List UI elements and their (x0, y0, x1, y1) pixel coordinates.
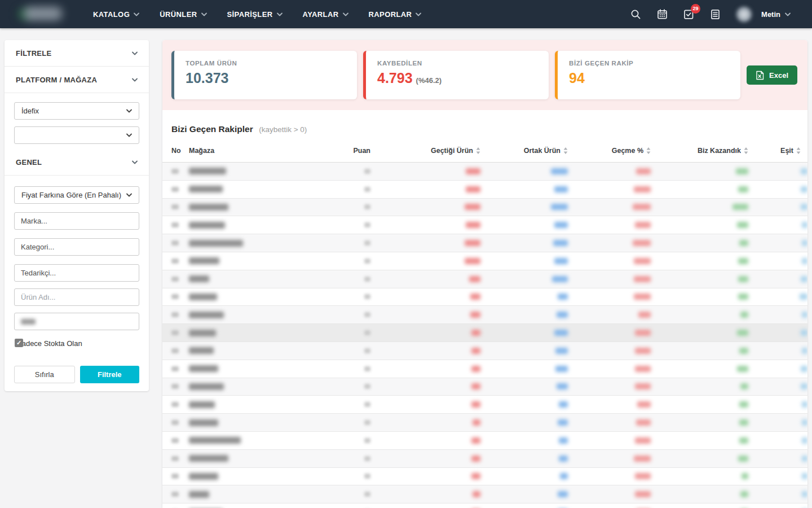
user-menu[interactable]: Metin (761, 10, 791, 19)
store-name-redacted (189, 222, 225, 229)
table-row[interactable] (162, 432, 807, 450)
category-input[interactable] (14, 238, 139, 256)
user-avatar[interactable] (736, 6, 752, 23)
sort-icon (563, 147, 568, 154)
table-row[interactable] (162, 503, 807, 508)
table-row[interactable] (162, 396, 807, 414)
column-header-label: Ortak Ürün (524, 147, 561, 155)
sidebar-section-platform[interactable]: PLATFORM / MAĞAZA (5, 67, 149, 93)
we-won-redacted (740, 312, 748, 318)
we-won-redacted (738, 456, 748, 462)
stat-card-suffix: (%46.2) (416, 76, 442, 85)
sidebar-section-filtrele[interactable]: FİLTRELE (5, 40, 149, 66)
row-number-redacted (171, 366, 179, 371)
row-number-redacted (171, 294, 179, 299)
extra-filter-input[interactable] (14, 313, 139, 330)
sidebar-section-genel[interactable]: GENEL (5, 149, 149, 175)
nav-item-ürünler[interactable]: ÜRÜNLER (160, 10, 206, 19)
column-header-7[interactable]: Eşit (752, 147, 804, 155)
column-header-label: Eşit (780, 147, 793, 155)
row-number-redacted (171, 474, 179, 479)
common-products-redacted (558, 294, 568, 300)
sort-select[interactable]: Fiyat Farkına Göre (En Pahalı) (14, 186, 139, 204)
column-header-label: Geçme % (612, 147, 643, 155)
common-products-redacted (558, 491, 568, 497)
table-row[interactable] (162, 324, 807, 342)
stock-checkbox-row[interactable]: ✓ Sadece Stokta Olan (14, 338, 139, 348)
product-name-input[interactable] (14, 288, 139, 306)
platform-select[interactable]: İdefix (14, 102, 139, 120)
equal-redacted (801, 204, 807, 210)
store-name-redacted (189, 330, 216, 336)
row-number-redacted (171, 187, 179, 192)
table-row[interactable] (162, 234, 807, 252)
sort-icon (646, 147, 651, 154)
table-row[interactable] (162, 216, 807, 234)
table-row[interactable] (162, 306, 807, 324)
table-row[interactable] (162, 181, 807, 199)
table-row[interactable] (162, 270, 807, 288)
common-products-redacted (558, 419, 568, 426)
stat-card-value: 94 (569, 70, 729, 86)
equal-redacted (802, 491, 807, 497)
table-row[interactable] (162, 199, 807, 217)
brand-input[interactable] (14, 212, 139, 230)
excel-export-button[interactable]: Excel (747, 65, 797, 85)
table-row[interactable] (162, 360, 807, 378)
score-redacted (364, 294, 370, 299)
nav-item-label: SİPARİŞLER (227, 10, 273, 19)
we-won-redacted (732, 204, 748, 210)
table-row[interactable] (162, 468, 807, 486)
common-products-redacted (554, 330, 568, 336)
common-products-redacted (551, 168, 568, 174)
nav-item-ayarlar[interactable]: AYARLAR (303, 10, 348, 19)
table-row[interactable] (162, 342, 807, 360)
sort-icon (476, 147, 480, 154)
table-row[interactable] (162, 485, 807, 503)
score-redacted (364, 187, 370, 192)
supplier-input[interactable] (14, 264, 139, 282)
sort-select-value: Fiyat Farkına Göre (En Pahalı) (21, 191, 121, 199)
passed-products-redacted (471, 348, 480, 354)
notification-badge: 29 (691, 4, 700, 14)
app-logo[interactable] (17, 6, 65, 23)
column-header-4[interactable]: Ortak Ürün (484, 147, 571, 155)
table-row[interactable] (162, 414, 807, 432)
table-row[interactable] (162, 252, 807, 270)
table-row[interactable] (162, 450, 807, 468)
column-header-5[interactable]: Geçme % (571, 147, 654, 155)
tasks-icon[interactable]: 29 (683, 8, 695, 20)
nav-item-raporlar[interactable]: RAPORLAR (369, 10, 422, 19)
filter-button[interactable]: Filtrele (80, 366, 140, 383)
table-row[interactable] (162, 378, 807, 396)
row-number-redacted (171, 259, 179, 264)
table-row[interactable] (162, 288, 807, 306)
reset-button[interactable]: Sıfırla (14, 366, 75, 383)
logo-blur (24, 7, 62, 20)
passed-products-redacted (466, 168, 480, 174)
chevron-down-icon (416, 12, 421, 16)
column-header-0: No (167, 147, 189, 155)
we-won-redacted (739, 240, 748, 246)
store-select[interactable] (14, 126, 139, 144)
redacted-value-blob (21, 319, 36, 325)
pass-percent-redacted (636, 419, 651, 426)
column-header-3[interactable]: Geçtiği Ürün (374, 147, 484, 155)
common-products-redacted (554, 186, 568, 192)
table-row[interactable] (162, 163, 807, 181)
passed-products-redacted (466, 222, 480, 228)
score-redacted (364, 204, 370, 209)
search-icon[interactable] (630, 8, 642, 20)
nav-item-label: KATALOG (93, 10, 130, 19)
nav-item-katalog[interactable]: KATALOG (93, 10, 139, 19)
nav-item-label: RAPORLAR (369, 10, 412, 19)
report-list-icon[interactable] (709, 8, 721, 20)
pass-percent-redacted (635, 437, 651, 444)
checkbox-checked-icon[interactable]: ✓ (15, 339, 23, 347)
nav-item-si̇pari̇şler[interactable]: SİPARİŞLER (227, 10, 283, 19)
pass-percent-redacted (635, 366, 651, 372)
table-title: Bizi Geçen Rakipler (171, 124, 253, 134)
calendar-icon[interactable] (656, 8, 668, 20)
column-header-6[interactable]: Biz Kazandık (654, 147, 752, 155)
column-header-label: Puan (353, 147, 370, 155)
